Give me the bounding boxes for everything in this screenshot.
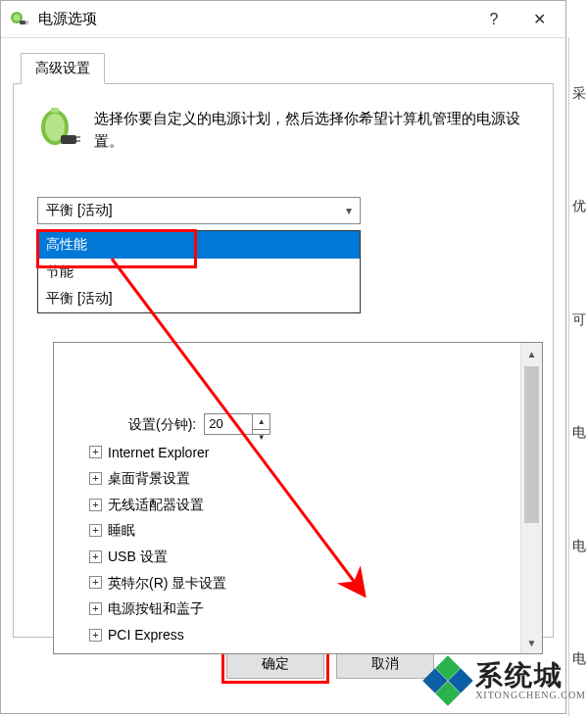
svg-rect-8 bbox=[61, 135, 76, 144]
expand-icon[interactable]: + bbox=[89, 524, 102, 537]
expand-icon[interactable]: + bbox=[89, 576, 102, 589]
tree-item-power-buttons-lid[interactable]: +电源按钮和盖子 bbox=[62, 596, 542, 622]
watermark: 系统城 XITONGCHENG.COM bbox=[426, 659, 586, 702]
chevron-down-icon: ▾ bbox=[346, 204, 352, 217]
expand-icon[interactable]: + bbox=[89, 472, 102, 485]
watermark-subtext: XITONGCHENG.COM bbox=[475, 690, 586, 700]
tree-item-desktop-background[interactable]: +桌面背景设置 bbox=[62, 465, 542, 492]
tree-item-usb[interactable]: +USB 设置 bbox=[62, 544, 542, 570]
titlebar: 电源选项 ? ✕ bbox=[1, 1, 565, 38]
scroll-up-icon[interactable]: ▲ bbox=[521, 343, 542, 364]
power-plan-dropdown[interactable]: 平衡 [活动] ▾ bbox=[37, 197, 361, 224]
tree-item-label: 桌面背景设置 bbox=[108, 465, 190, 492]
cancel-button-label: 取消 bbox=[371, 655, 399, 673]
window-title: 电源选项 bbox=[38, 10, 471, 28]
tree-item-internet-explorer[interactable]: +Internet Explorer bbox=[62, 440, 542, 466]
tree-scrollbar[interactable]: ▲ ▼ bbox=[520, 343, 542, 653]
scroll-thumb[interactable] bbox=[524, 366, 539, 523]
spinner-up-icon[interactable]: ▲ bbox=[253, 414, 270, 430]
dropdown-option-balanced[interactable]: 平衡 [活动] bbox=[38, 285, 360, 312]
tree-item-label: Internet Explorer bbox=[108, 440, 210, 466]
tree-item-label: 睡眠 bbox=[108, 517, 135, 544]
scroll-down-icon[interactable]: ▼ bbox=[521, 632, 542, 653]
dropdown-option-high-performance[interactable]: 高性能 bbox=[38, 231, 360, 259]
tree-item-label: 英特尔(R) 显卡设置 bbox=[108, 570, 226, 597]
dropdown-selected-text: 平衡 [活动] bbox=[46, 202, 346, 219]
svg-rect-2 bbox=[20, 21, 25, 24]
svg-rect-7 bbox=[51, 108, 59, 113]
edge-char: 采 bbox=[572, 85, 586, 103]
tree-item-intel-graphics[interactable]: +英特尔(R) 显卡设置 bbox=[62, 570, 542, 597]
tree-item-pci-express[interactable]: +PCI Express bbox=[62, 622, 542, 648]
tab-bar: 高级设置 bbox=[1, 38, 565, 83]
help-button[interactable]: ? bbox=[471, 2, 516, 37]
expand-icon[interactable]: + bbox=[89, 446, 102, 458]
tab-advanced-settings[interactable]: 高级设置 bbox=[21, 53, 105, 84]
tree-item-label: 电源按钮和盖子 bbox=[108, 596, 204, 622]
tree-item-wireless-adapter[interactable]: +无线适配器设置 bbox=[62, 492, 542, 518]
battery-icon bbox=[37, 108, 80, 151]
tree-item-sleep[interactable]: +睡眠 bbox=[62, 517, 542, 544]
settings-tree: 设置(分钟): 20 ▲ ▼ +Internet Explorer +桌面背景设… bbox=[53, 342, 543, 654]
svg-point-1 bbox=[14, 14, 21, 21]
tree-item-label: PCI Express bbox=[108, 622, 184, 648]
panel-advanced: 选择你要自定义的电源计划，然后选择你希望计算机管理的电源设置。 平衡 [活动] … bbox=[13, 83, 554, 638]
setting-minutes-row: 设置(分钟): 20 ▲ ▼ bbox=[62, 411, 542, 438]
edge-char: 优 bbox=[572, 198, 586, 215]
setting-minutes-value: 20 bbox=[209, 412, 222, 437]
background-window-edge: 采 优 可 电 电 电 bbox=[568, 37, 588, 716]
edge-char: 可 bbox=[572, 311, 586, 329]
spinner-buttons[interactable]: ▲ ▼ bbox=[252, 414, 270, 434]
edge-char: 电 bbox=[572, 424, 586, 442]
edge-char: 电 bbox=[572, 538, 586, 555]
power-plug-icon bbox=[9, 10, 28, 29]
setting-minutes-label: 设置(分钟): bbox=[128, 411, 196, 438]
expand-icon[interactable]: + bbox=[89, 602, 102, 615]
description-row: 选择你要自定义的电源计划，然后选择你希望计算机管理的电源设置。 bbox=[37, 108, 529, 152]
tree-item-label: 无线适配器设置 bbox=[108, 492, 204, 518]
close-button[interactable]: ✕ bbox=[516, 2, 562, 37]
dialog-window: 电源选项 ? ✕ 高级设置 选择你要自定义的电源计划，然后选择你希望计算机管理的… bbox=[0, 0, 566, 714]
expand-icon[interactable]: + bbox=[89, 550, 102, 563]
watermark-logo-icon bbox=[426, 659, 469, 702]
watermark-text: 系统城 bbox=[475, 662, 586, 690]
power-plan-dropdown-list[interactable]: 高性能 节能 平衡 [活动] bbox=[37, 230, 361, 313]
ok-button-label: 确定 bbox=[262, 655, 289, 673]
tree-item-label: USB 设置 bbox=[108, 544, 168, 570]
setting-minutes-spinner[interactable]: 20 ▲ ▼ bbox=[204, 413, 270, 435]
expand-icon[interactable]: + bbox=[89, 629, 102, 642]
spinner-down-icon[interactable]: ▼ bbox=[253, 430, 270, 445]
dropdown-option-power-saver[interactable]: 节能 bbox=[38, 259, 360, 286]
description-text: 选择你要自定义的电源计划，然后选择你希望计算机管理的电源设置。 bbox=[94, 108, 529, 152]
expand-icon[interactable]: + bbox=[89, 499, 102, 511]
